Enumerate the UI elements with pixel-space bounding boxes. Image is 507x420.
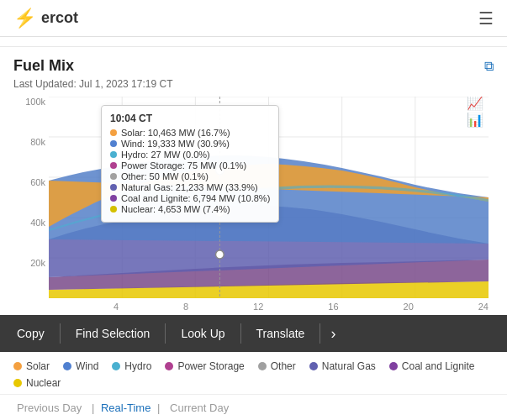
legend-item-coal: Coal and Lignite — [389, 360, 475, 372]
tooltip-nuclear: Nuclear: 4,653 MW (7.4%) — [121, 204, 230, 214]
tooltip-power-storage: Power Storage: 75 MW (0.1%) — [121, 160, 246, 171]
separator-1 — [60, 323, 61, 344]
legend: Solar Wind Hydro Power Storage Other Nat… — [0, 352, 507, 394]
tooltip-other: Other: 50 MW (0.1%) — [121, 171, 209, 181]
solar-dot — [110, 129, 117, 136]
legend-item-hydro: Hydro — [112, 360, 151, 372]
y-label-20k: 20k — [30, 258, 45, 268]
power-storage-dot — [110, 162, 117, 169]
legend-label-natural-gas: Natural Gas — [322, 360, 376, 372]
legend-dot-natural-gas — [309, 362, 318, 370]
legend-dot-nuclear — [13, 379, 22, 387]
legend-label-wind: Wind — [76, 360, 98, 372]
legend-dot-solar — [13, 362, 22, 370]
real-time-link[interactable]: Real-Time — [101, 402, 151, 414]
tooltip-natural-gas: Natural Gas: 21,233 MW (33.9%) — [121, 182, 258, 192]
hydro-dot — [110, 151, 117, 158]
legend-item-other: Other — [258, 360, 296, 372]
y-axis: 100k 80k 60k 40k 20k — [13, 97, 49, 298]
legend-item-nuclear: Nuclear — [13, 377, 61, 389]
y-label-40k: 40k — [30, 218, 45, 228]
legend-item-solar: Solar — [13, 360, 50, 372]
legend-item-wind: Wind — [63, 360, 98, 372]
legend-label-other: Other — [271, 360, 296, 372]
legend-dot-coal — [389, 362, 398, 370]
wind-dot — [110, 140, 117, 147]
legend-dot-wind — [63, 362, 71, 370]
tooltip-row-nuclear: Nuclear: 4,653 MW (7.4%) — [110, 204, 270, 214]
app-header: ⚡ ercot ☰ — [0, 0, 507, 37]
tooltip-row-wind: Wind: 19,333 MW (30.9%) — [110, 139, 270, 149]
tooltip-wind: Wind: 19,333 MW (30.9%) — [121, 139, 230, 149]
tooltip-row-hydro: Hydro: 27 MW (0.0%) — [110, 150, 270, 160]
x-axis: 4 8 12 16 20 24 — [49, 298, 489, 315]
legend-item-power-storage: Power Storage — [165, 360, 244, 372]
chart-svg-area: 10:04 CT Solar: 10,463 MW (16.7%) Wind: … — [49, 97, 489, 298]
menu-icon[interactable]: ☰ — [478, 8, 494, 29]
tooltip-solar: Solar: 10,463 MW (16.7%) — [121, 128, 230, 138]
top-bar — [0, 37, 507, 47]
legend-dot-other — [258, 362, 267, 370]
card-header: Fuel Mix ⧉ — [13, 57, 494, 75]
context-menu-bar: Copy Find Selection Look Up Translate › — [0, 315, 507, 352]
separator-2: | — [157, 402, 160, 414]
copy-button[interactable]: Copy — [3, 320, 58, 347]
y-label-60k: 60k — [30, 177, 45, 187]
prev-day-text: Previous Day — [17, 402, 82, 414]
x-label-20: 20 — [404, 302, 414, 312]
card-title: Fuel Mix — [13, 57, 74, 75]
y-label-100k: 100k — [25, 97, 45, 107]
separator-4 — [320, 323, 320, 344]
chart-icons: 📈 📊 — [467, 97, 483, 127]
find-selection-button[interactable]: Find Selection — [62, 320, 164, 347]
tooltip-row-natural-gas: Natural Gas: 21,233 MW (33.9%) — [110, 182, 270, 192]
footer-nav: Previous Day | Real-Time | Current Day — [0, 394, 507, 420]
translate-button[interactable]: Translate — [243, 320, 319, 347]
legend-item-natural-gas: Natural Gas — [309, 360, 376, 372]
x-label-8: 8 — [183, 302, 188, 312]
separator-2 — [165, 323, 166, 344]
line-chart-icon[interactable]: 📈 — [467, 97, 483, 110]
y-label-80k: 80k — [30, 137, 45, 147]
tooltip-row-solar: Solar: 10,463 MW (16.7%) — [110, 128, 270, 138]
more-button[interactable]: › — [322, 318, 344, 349]
x-label-24: 24 — [478, 302, 489, 312]
tooltip-row-other: Other: 50 MW (0.1%) — [110, 171, 270, 181]
tooltip-row-coal: Coal and Lignite: 6,794 MW (10.8%) — [110, 193, 270, 203]
coal-dot — [110, 195, 117, 202]
x-label-4: 4 — [114, 302, 119, 312]
nuclear-dot — [110, 206, 117, 213]
legend-label-solar: Solar — [26, 360, 50, 372]
last-updated: Last Updated: Jul 1, 2023 17:19 CT — [13, 78, 494, 90]
look-up-button[interactable]: Look Up — [167, 320, 238, 347]
tooltip-title: 10:04 CT — [110, 113, 270, 124]
current-day-text: Current Day — [170, 402, 229, 414]
logo: ⚡ ercot — [13, 8, 78, 29]
legend-dot-power-storage — [165, 362, 173, 370]
legend-label-power-storage: Power Storage — [177, 360, 244, 372]
tooltip-hydro: Hydro: 27 MW (0.0%) — [121, 150, 210, 160]
tooltip-row-power-storage: Power Storage: 75 MW (0.1%) — [110, 160, 270, 171]
legend-label-nuclear: Nuclear — [26, 377, 61, 389]
legend-label-hydro: Hydro — [124, 360, 151, 372]
fuel-mix-card: Fuel Mix ⧉ Last Updated: Jul 1, 2023 17:… — [0, 47, 507, 315]
other-dot — [110, 173, 117, 180]
x-label-12: 12 — [253, 302, 263, 312]
separator-3 — [240, 323, 241, 344]
bar-chart-icon[interactable]: 📊 — [467, 113, 483, 127]
external-link-icon[interactable]: ⧉ — [484, 59, 494, 74]
fuel-mix-chart: 100k 80k 60k 40k 20k — [13, 97, 494, 315]
x-label-16: 16 — [328, 302, 338, 312]
chart-tooltip: 10:04 CT Solar: 10,463 MW (16.7%) Wind: … — [101, 105, 279, 223]
legend-dot-hydro — [112, 362, 120, 370]
separator-1: | — [92, 402, 94, 414]
logo-text: ercot — [41, 9, 78, 27]
tooltip-coal: Coal and Lignite: 6,794 MW (10.8%) — [121, 193, 270, 203]
svg-point-14 — [216, 250, 224, 259]
natural-gas-dot — [110, 184, 117, 191]
legend-label-coal: Coal and Lignite — [402, 360, 475, 372]
logo-icon: ⚡ — [13, 8, 36, 29]
